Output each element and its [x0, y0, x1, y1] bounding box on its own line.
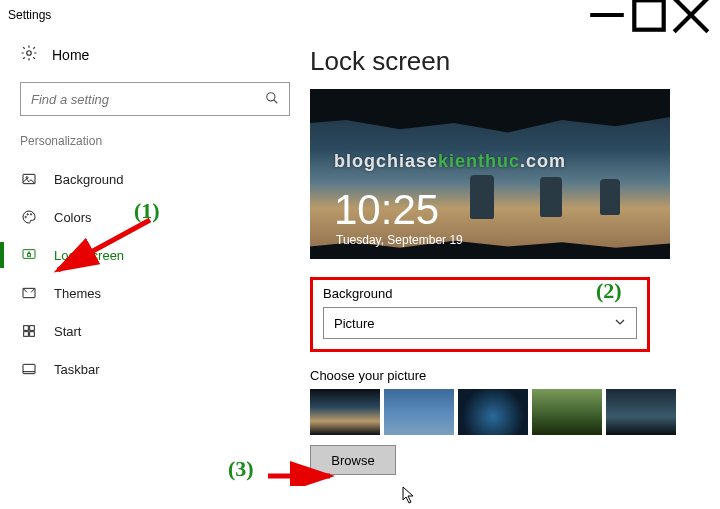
palette-icon [20, 208, 38, 226]
home-nav[interactable]: Home [0, 34, 310, 82]
svg-line-6 [274, 99, 278, 103]
svg-rect-15 [24, 326, 29, 331]
background-dropdown[interactable]: Picture [323, 307, 637, 339]
main-panel: Lock screen blogchiasekienthuc.com 10:25… [310, 30, 720, 509]
close-button[interactable] [670, 1, 712, 29]
svg-line-21 [58, 220, 150, 270]
svg-point-9 [25, 216, 26, 217]
thumbnail-1[interactable] [310, 389, 380, 435]
lock-screen-preview: blogchiasekienthuc.com 10:25 Tuesday, Se… [310, 89, 670, 259]
lock-screen-icon [20, 246, 38, 264]
preview-time: 10:25 [334, 189, 439, 231]
chevron-down-icon [614, 316, 626, 331]
svg-point-11 [30, 214, 31, 215]
nav-label: Themes [54, 286, 101, 301]
start-icon [20, 322, 38, 340]
nav-start[interactable]: Start [0, 312, 310, 350]
nav-background[interactable]: Background [0, 160, 310, 198]
search-box[interactable] [20, 82, 290, 116]
picture-icon [20, 170, 38, 188]
preview-date: Tuesday, September 19 [336, 233, 463, 247]
gear-icon [20, 44, 38, 66]
nav-label: Background [54, 172, 123, 187]
page-title: Lock screen [310, 46, 702, 77]
annotation-2: (2) [596, 278, 622, 304]
watermark: blogchiasekienthuc.com [334, 151, 566, 172]
thumbnail-2[interactable] [384, 389, 454, 435]
section-header: Personalization [0, 134, 310, 160]
themes-icon [20, 284, 38, 302]
svg-rect-18 [30, 332, 35, 337]
dropdown-value: Picture [334, 316, 374, 331]
arrow-annotation-3 [262, 446, 342, 486]
search-icon [265, 91, 279, 108]
search-input[interactable] [31, 92, 265, 107]
svg-rect-19 [23, 364, 35, 373]
arrow-annotation-1 [48, 214, 158, 278]
svg-point-10 [27, 214, 28, 215]
cursor-icon [402, 486, 416, 504]
maximize-button[interactable] [628, 1, 670, 29]
svg-rect-13 [28, 254, 31, 257]
choose-picture-label: Choose your picture [310, 368, 702, 383]
svg-rect-16 [30, 326, 35, 331]
svg-point-5 [267, 92, 275, 100]
taskbar-icon [20, 360, 38, 378]
nav-taskbar[interactable]: Taskbar [0, 350, 310, 388]
annotation-3: (3) [228, 456, 254, 482]
window-title: Settings [8, 8, 586, 22]
svg-rect-17 [24, 332, 29, 337]
thumbnail-5[interactable] [606, 389, 676, 435]
nav-label: Start [54, 324, 81, 339]
thumbnail-4[interactable] [532, 389, 602, 435]
svg-rect-1 [634, 0, 663, 29]
thumbnail-3[interactable] [458, 389, 528, 435]
nav-themes[interactable]: Themes [0, 274, 310, 312]
minimize-button[interactable] [586, 1, 628, 29]
background-label: Background [323, 286, 637, 301]
title-bar: Settings [0, 0, 720, 30]
svg-point-4 [27, 51, 32, 56]
picture-thumbnails [310, 389, 702, 435]
nav-label: Taskbar [54, 362, 100, 377]
home-label: Home [52, 47, 89, 63]
